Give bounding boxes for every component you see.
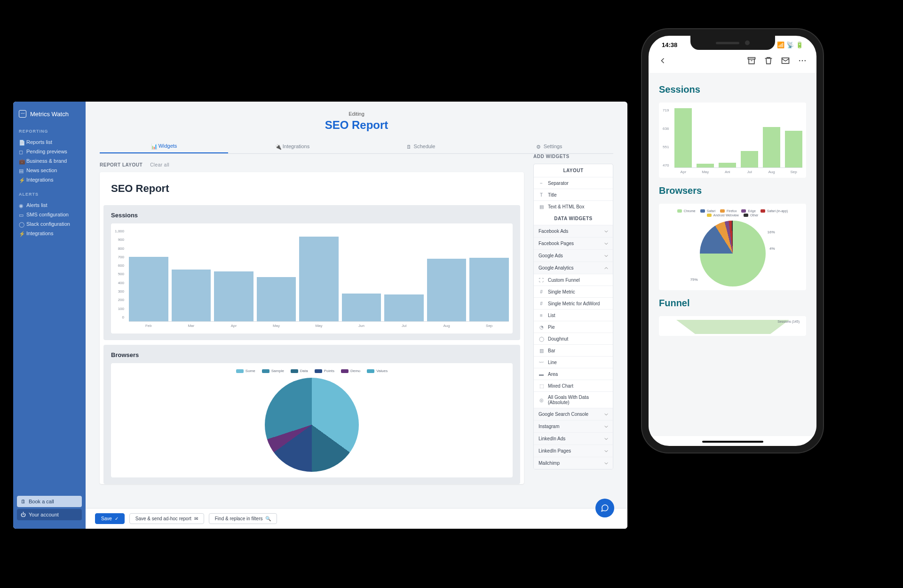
- footer-bar: Save✓ Save & send ad-hoc report✉ Find & …: [86, 508, 627, 529]
- widget-title[interactable]: TTitle: [534, 189, 613, 200]
- sidebar-item-reports-list[interactable]: 📄Reports list: [13, 137, 86, 147]
- ga-widget-item[interactable]: ≡List: [534, 309, 613, 321]
- sidebar-item-sms-config[interactable]: ▭SMS configuration: [13, 210, 86, 219]
- accordion-google-analytics[interactable]: Google Analytics: [534, 262, 613, 274]
- find-replace-button[interactable]: Find & replace in filters🔍: [209, 513, 277, 524]
- widget-type-icon: ◯: [539, 336, 544, 342]
- minus-icon: −: [539, 180, 544, 186]
- home-indicator[interactable]: [702, 441, 763, 443]
- tab-settings[interactable]: ⚙Settings: [485, 139, 613, 153]
- ga-widget-item[interactable]: ◎All Goals With Data (Absolute): [534, 391, 613, 408]
- accordion-google-ads[interactable]: Google Ads: [534, 249, 613, 262]
- chevron-down-icon: [604, 449, 608, 453]
- widget-text-html[interactable]: ▤Text & HTML Box: [534, 200, 613, 212]
- main-area: Editing SEO Report 📊Widgets 🔌Integration…: [86, 102, 627, 529]
- mail-icon: ✉: [194, 516, 198, 521]
- ga-widget-item[interactable]: ▥Bar: [534, 344, 613, 356]
- widget-type-icon: #: [539, 301, 544, 306]
- accordion-facebook-ads[interactable]: Facebook Ads: [534, 225, 613, 237]
- tab-schedule[interactable]: 🗓Schedule: [356, 139, 485, 153]
- tab-widgets[interactable]: 📊Widgets: [100, 139, 228, 153]
- widget-type-icon: ▬: [539, 371, 544, 377]
- legend-item: Safari: [700, 209, 715, 213]
- gear-icon: ⚙: [536, 144, 541, 149]
- battery-icon: 🔋: [796, 41, 803, 48]
- mobile-pie: [700, 221, 766, 286]
- phone-screen: 14:38 📶 📡 🔋 Sessions 470551636719: [649, 36, 816, 446]
- pie: [265, 378, 359, 472]
- widget-separator[interactable]: −Separator: [534, 177, 613, 189]
- archive-icon[interactable]: [747, 56, 756, 65]
- sidebar-item-integrations[interactable]: ⚡Integrations: [13, 175, 86, 184]
- chevron-down-icon: [604, 425, 608, 429]
- browsers-pie-chart: SomeSampleDataPointsDemoValues: [111, 363, 513, 477]
- more-icon[interactable]: [798, 56, 807, 65]
- legend-item: Other: [744, 214, 759, 217]
- legend-item: Values: [367, 369, 388, 373]
- your-account-button[interactable]: ⏻Your account: [17, 509, 82, 520]
- calendar-icon: 🗓: [21, 499, 26, 504]
- svg-point-4: [805, 60, 806, 62]
- sidebar-item-alerts-list[interactable]: ◉Alerts list: [13, 200, 86, 210]
- save-send-button[interactable]: Save & send ad-hoc report✉: [129, 513, 204, 524]
- accordion-google-search-console[interactable]: Google Search Console: [534, 408, 613, 420]
- legend-item: Demo: [341, 369, 360, 373]
- chat-icon: [601, 504, 609, 512]
- bar: [257, 277, 296, 321]
- widgets-panel: ADD WIDGETS LAYOUT −Separator TTitle ▤Te…: [533, 154, 613, 489]
- sidebar-item-news-section[interactable]: ▤News section: [13, 166, 86, 175]
- ga-widget-item[interactable]: ◔Pie: [534, 321, 613, 333]
- ga-widget-item[interactable]: 〰Line: [534, 356, 613, 368]
- mobile-browsers-title: Browsers: [659, 185, 806, 196]
- widget-sessions-title: Sessions: [111, 212, 513, 219]
- bar: [469, 258, 509, 321]
- mail-body[interactable]: Sessions 470551636719 AprMayAniJulAugSep…: [649, 73, 816, 436]
- trash-icon[interactable]: [764, 56, 773, 65]
- widget-browsers[interactable]: Browsers SomeSampleDataPointsDemoValues: [103, 345, 520, 484]
- tab-integrations[interactable]: 🔌Integrations: [228, 139, 356, 153]
- ga-widget-item[interactable]: #Single Metric for AdWord: [534, 297, 613, 309]
- widget-type-icon: ◔: [539, 324, 544, 330]
- sidebar-item-slack-config[interactable]: ◯Slack configuration: [13, 219, 86, 229]
- ga-widget-item[interactable]: ⛶Custom Funnel: [534, 274, 613, 286]
- legend-item: Data: [291, 369, 308, 373]
- legend-item: Chrome: [677, 209, 696, 213]
- accordion-facebook-pages[interactable]: Facebook Pages: [534, 237, 613, 249]
- funnel-shape: [676, 320, 789, 334]
- chat-fab[interactable]: [595, 499, 614, 517]
- report-card[interactable]: SEO Report Sessions 01002003004005006007…: [100, 172, 524, 484]
- brand-logo: 〰 Metrics Watch: [13, 110, 86, 129]
- legend-item: Sample: [262, 369, 284, 373]
- accordion-linkedin-pages[interactable]: LinkedIn Pages: [534, 445, 613, 457]
- sidebar-item-pending-previews[interactable]: ◻Pending previews: [13, 147, 86, 156]
- book-call-button[interactable]: 🗓Book a call: [17, 496, 82, 507]
- bar: [697, 164, 714, 167]
- mobile-browsers-chart: ChromeSafariFirefoxEdgeSafari (in-app)An…: [659, 204, 806, 290]
- tabs: 📊Widgets 🔌Integrations 🗓Schedule ⚙Settin…: [100, 139, 613, 154]
- legend-item: Some: [236, 369, 255, 373]
- type-icon: T: [539, 192, 544, 198]
- mail-icon[interactable]: [781, 56, 790, 65]
- save-button[interactable]: Save✓: [95, 513, 125, 524]
- ga-widget-item[interactable]: ⬚Mixed Chart: [534, 380, 613, 391]
- bar: [719, 163, 736, 167]
- legend-item: Android Webview: [707, 214, 739, 217]
- accordion-instagram[interactable]: Instagram: [534, 420, 613, 432]
- legend-item: Firefox: [720, 209, 737, 213]
- report-canvas: REPORT LAYOUT Clear all SEO Report Sessi…: [100, 154, 524, 489]
- ga-widget-item[interactable]: ▬Area: [534, 368, 613, 380]
- sidebar-item-integrations-alerts[interactable]: ⚡Integrations: [13, 229, 86, 238]
- legend-item: Points: [315, 369, 334, 373]
- accordion-mailchimp[interactable]: Mailchimp: [534, 457, 613, 469]
- bar: [741, 151, 758, 167]
- ga-widget-item[interactable]: ◯Doughnut: [534, 333, 613, 344]
- status-time: 14:38: [662, 41, 677, 48]
- sidebar-item-business-brand[interactable]: 💼Business & brand: [13, 156, 86, 166]
- back-icon[interactable]: [658, 56, 667, 65]
- ga-widget-item[interactable]: #Single Metric: [534, 286, 613, 297]
- sessions-bar-chart: 01002003004005006007008009001,000 FebMar…: [111, 223, 513, 334]
- widget-sessions[interactable]: Sessions 01002003004005006007008009001,0…: [103, 205, 520, 340]
- accordion-linkedin-ads[interactable]: LinkedIn Ads: [534, 432, 613, 445]
- report-layout-header: REPORT LAYOUT: [100, 162, 143, 167]
- clear-all-link[interactable]: Clear all: [150, 162, 169, 167]
